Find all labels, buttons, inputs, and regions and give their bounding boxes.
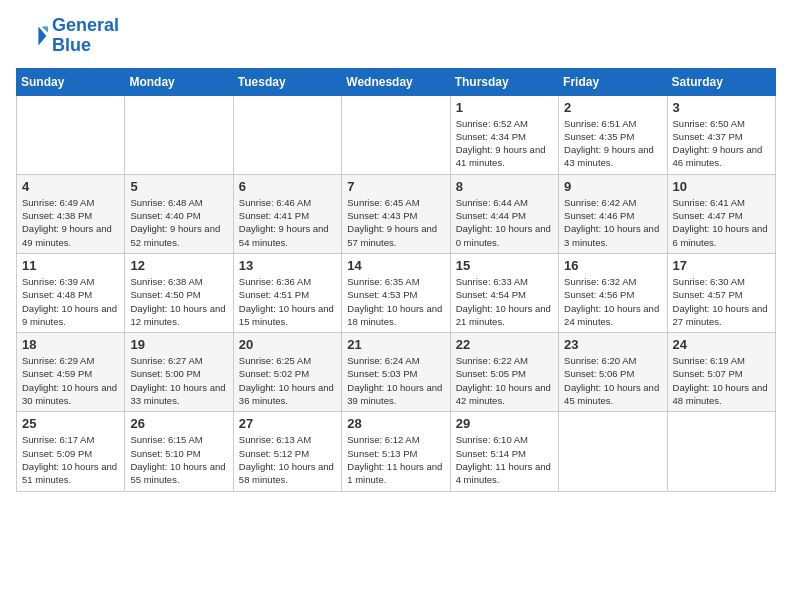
calendar-cell: 12Sunrise: 6:38 AM Sunset: 4:50 PM Dayli… — [125, 253, 233, 332]
calendar-table: SundayMondayTuesdayWednesdayThursdayFrid… — [16, 68, 776, 492]
cell-date-number: 6 — [239, 179, 336, 194]
cell-info-text: Sunrise: 6:30 AM Sunset: 4:57 PM Dayligh… — [673, 275, 770, 328]
cell-date-number: 23 — [564, 337, 661, 352]
calendar-header-row: SundayMondayTuesdayWednesdayThursdayFrid… — [17, 68, 776, 95]
cell-date-number: 21 — [347, 337, 444, 352]
cell-info-text: Sunrise: 6:38 AM Sunset: 4:50 PM Dayligh… — [130, 275, 227, 328]
calendar-week-row: 18Sunrise: 6:29 AM Sunset: 4:59 PM Dayli… — [17, 333, 776, 412]
cell-info-text: Sunrise: 6:12 AM Sunset: 5:13 PM Dayligh… — [347, 433, 444, 486]
calendar-cell: 23Sunrise: 6:20 AM Sunset: 5:06 PM Dayli… — [559, 333, 667, 412]
calendar-cell: 10Sunrise: 6:41 AM Sunset: 4:47 PM Dayli… — [667, 174, 775, 253]
cell-info-text: Sunrise: 6:15 AM Sunset: 5:10 PM Dayligh… — [130, 433, 227, 486]
cell-date-number: 18 — [22, 337, 119, 352]
calendar-cell: 5Sunrise: 6:48 AM Sunset: 4:40 PM Daylig… — [125, 174, 233, 253]
cell-info-text: Sunrise: 6:36 AM Sunset: 4:51 PM Dayligh… — [239, 275, 336, 328]
cell-date-number: 19 — [130, 337, 227, 352]
cell-date-number: 10 — [673, 179, 770, 194]
calendar-cell: 7Sunrise: 6:45 AM Sunset: 4:43 PM Daylig… — [342, 174, 450, 253]
cell-date-number: 28 — [347, 416, 444, 431]
cell-info-text: Sunrise: 6:45 AM Sunset: 4:43 PM Dayligh… — [347, 196, 444, 249]
calendar-cell: 19Sunrise: 6:27 AM Sunset: 5:00 PM Dayli… — [125, 333, 233, 412]
calendar-week-row: 4Sunrise: 6:49 AM Sunset: 4:38 PM Daylig… — [17, 174, 776, 253]
calendar-cell: 29Sunrise: 6:10 AM Sunset: 5:14 PM Dayli… — [450, 412, 558, 491]
calendar-cell — [125, 95, 233, 174]
calendar-cell: 28Sunrise: 6:12 AM Sunset: 5:13 PM Dayli… — [342, 412, 450, 491]
weekday-header: Thursday — [450, 68, 558, 95]
cell-info-text: Sunrise: 6:32 AM Sunset: 4:56 PM Dayligh… — [564, 275, 661, 328]
cell-info-text: Sunrise: 6:35 AM Sunset: 4:53 PM Dayligh… — [347, 275, 444, 328]
calendar-cell: 24Sunrise: 6:19 AM Sunset: 5:07 PM Dayli… — [667, 333, 775, 412]
calendar-cell: 15Sunrise: 6:33 AM Sunset: 4:54 PM Dayli… — [450, 253, 558, 332]
cell-date-number: 5 — [130, 179, 227, 194]
calendar-cell: 21Sunrise: 6:24 AM Sunset: 5:03 PM Dayli… — [342, 333, 450, 412]
calendar-week-row: 1Sunrise: 6:52 AM Sunset: 4:34 PM Daylig… — [17, 95, 776, 174]
cell-date-number: 20 — [239, 337, 336, 352]
calendar-week-row: 11Sunrise: 6:39 AM Sunset: 4:48 PM Dayli… — [17, 253, 776, 332]
calendar-cell: 26Sunrise: 6:15 AM Sunset: 5:10 PM Dayli… — [125, 412, 233, 491]
cell-info-text: Sunrise: 6:48 AM Sunset: 4:40 PM Dayligh… — [130, 196, 227, 249]
cell-date-number: 15 — [456, 258, 553, 273]
cell-info-text: Sunrise: 6:27 AM Sunset: 5:00 PM Dayligh… — [130, 354, 227, 407]
cell-info-text: Sunrise: 6:33 AM Sunset: 4:54 PM Dayligh… — [456, 275, 553, 328]
calendar-cell — [233, 95, 341, 174]
cell-date-number: 13 — [239, 258, 336, 273]
cell-info-text: Sunrise: 6:41 AM Sunset: 4:47 PM Dayligh… — [673, 196, 770, 249]
cell-info-text: Sunrise: 6:19 AM Sunset: 5:07 PM Dayligh… — [673, 354, 770, 407]
calendar-cell: 25Sunrise: 6:17 AM Sunset: 5:09 PM Dayli… — [17, 412, 125, 491]
weekday-header: Monday — [125, 68, 233, 95]
calendar-week-row: 25Sunrise: 6:17 AM Sunset: 5:09 PM Dayli… — [17, 412, 776, 491]
calendar-cell — [17, 95, 125, 174]
weekday-header: Sunday — [17, 68, 125, 95]
weekday-header: Tuesday — [233, 68, 341, 95]
calendar-cell: 17Sunrise: 6:30 AM Sunset: 4:57 PM Dayli… — [667, 253, 775, 332]
cell-date-number: 3 — [673, 100, 770, 115]
calendar-cell: 8Sunrise: 6:44 AM Sunset: 4:44 PM Daylig… — [450, 174, 558, 253]
calendar-cell: 16Sunrise: 6:32 AM Sunset: 4:56 PM Dayli… — [559, 253, 667, 332]
cell-date-number: 22 — [456, 337, 553, 352]
cell-date-number: 26 — [130, 416, 227, 431]
calendar-cell: 13Sunrise: 6:36 AM Sunset: 4:51 PM Dayli… — [233, 253, 341, 332]
cell-info-text: Sunrise: 6:51 AM Sunset: 4:35 PM Dayligh… — [564, 117, 661, 170]
page-header: General Blue — [16, 16, 776, 56]
cell-date-number: 12 — [130, 258, 227, 273]
weekday-header: Wednesday — [342, 68, 450, 95]
cell-info-text: Sunrise: 6:39 AM Sunset: 4:48 PM Dayligh… — [22, 275, 119, 328]
cell-date-number: 9 — [564, 179, 661, 194]
logo-icon — [16, 20, 48, 52]
calendar-cell: 20Sunrise: 6:25 AM Sunset: 5:02 PM Dayli… — [233, 333, 341, 412]
calendar-cell: 22Sunrise: 6:22 AM Sunset: 5:05 PM Dayli… — [450, 333, 558, 412]
cell-info-text: Sunrise: 6:42 AM Sunset: 4:46 PM Dayligh… — [564, 196, 661, 249]
cell-date-number: 29 — [456, 416, 553, 431]
calendar-cell — [667, 412, 775, 491]
calendar-cell: 27Sunrise: 6:13 AM Sunset: 5:12 PM Dayli… — [233, 412, 341, 491]
cell-date-number: 2 — [564, 100, 661, 115]
cell-info-text: Sunrise: 6:46 AM Sunset: 4:41 PM Dayligh… — [239, 196, 336, 249]
cell-info-text: Sunrise: 6:44 AM Sunset: 4:44 PM Dayligh… — [456, 196, 553, 249]
calendar-cell: 9Sunrise: 6:42 AM Sunset: 4:46 PM Daylig… — [559, 174, 667, 253]
cell-date-number: 17 — [673, 258, 770, 273]
logo: General Blue — [16, 16, 119, 56]
weekday-header: Friday — [559, 68, 667, 95]
cell-date-number: 11 — [22, 258, 119, 273]
cell-info-text: Sunrise: 6:17 AM Sunset: 5:09 PM Dayligh… — [22, 433, 119, 486]
cell-date-number: 27 — [239, 416, 336, 431]
logo-text: General Blue — [52, 16, 119, 56]
cell-info-text: Sunrise: 6:24 AM Sunset: 5:03 PM Dayligh… — [347, 354, 444, 407]
calendar-cell: 14Sunrise: 6:35 AM Sunset: 4:53 PM Dayli… — [342, 253, 450, 332]
cell-info-text: Sunrise: 6:29 AM Sunset: 4:59 PM Dayligh… — [22, 354, 119, 407]
cell-info-text: Sunrise: 6:10 AM Sunset: 5:14 PM Dayligh… — [456, 433, 553, 486]
cell-date-number: 25 — [22, 416, 119, 431]
calendar-cell: 1Sunrise: 6:52 AM Sunset: 4:34 PM Daylig… — [450, 95, 558, 174]
cell-info-text: Sunrise: 6:22 AM Sunset: 5:05 PM Dayligh… — [456, 354, 553, 407]
cell-info-text: Sunrise: 6:52 AM Sunset: 4:34 PM Dayligh… — [456, 117, 553, 170]
cell-info-text: Sunrise: 6:25 AM Sunset: 5:02 PM Dayligh… — [239, 354, 336, 407]
cell-info-text: Sunrise: 6:13 AM Sunset: 5:12 PM Dayligh… — [239, 433, 336, 486]
cell-info-text: Sunrise: 6:20 AM Sunset: 5:06 PM Dayligh… — [564, 354, 661, 407]
cell-date-number: 16 — [564, 258, 661, 273]
cell-date-number: 4 — [22, 179, 119, 194]
calendar-cell: 3Sunrise: 6:50 AM Sunset: 4:37 PM Daylig… — [667, 95, 775, 174]
cell-date-number: 24 — [673, 337, 770, 352]
calendar-cell — [559, 412, 667, 491]
calendar-cell: 18Sunrise: 6:29 AM Sunset: 4:59 PM Dayli… — [17, 333, 125, 412]
cell-date-number: 8 — [456, 179, 553, 194]
